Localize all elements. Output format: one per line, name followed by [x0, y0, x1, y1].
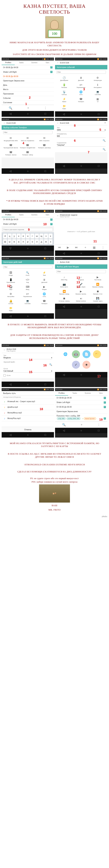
action-cell[interactable]: ▶Test Media — [89, 275, 106, 282]
key[interactable]: ф — [3, 239, 7, 244]
cat-cell[interactable]: 📁Файл — [2, 306, 19, 313]
tab-scenes[interactable]: Scenes — [81, 391, 94, 396]
tab-scenes[interactable]: Scenes — [28, 60, 41, 65]
profile-row[interactable]: Shake Left-Right — [55, 400, 107, 405]
step-icon[interactable]: ⏭ — [75, 246, 78, 249]
cat-cell[interactable]: 🖥Дисплей — [36, 277, 53, 284]
recent-button[interactable]: □ — [97, 251, 101, 255]
recent-button[interactable]: □ — [43, 169, 47, 173]
add-icon[interactable]: ＋ — [27, 106, 30, 110]
menu-icon[interactable]: ⋮ — [102, 246, 105, 249]
filter-input[interactable] — [3, 266, 53, 269]
key[interactable]: э — [49, 239, 53, 244]
recent-button[interactable]: □ — [43, 246, 47, 250]
recent-button[interactable]: □ — [97, 164, 101, 168]
task-name-input[interactable] — [3, 228, 53, 231]
home-button[interactable]: ○ — [26, 314, 30, 318]
tab-vars[interactable]: Vars — [94, 391, 107, 396]
recent-button[interactable]: □ — [43, 382, 47, 386]
home-button[interactable]: ○ — [79, 112, 83, 116]
file-row-target[interactable]: ♪MoneyMinus.mp3 — [2, 410, 54, 416]
action-cell[interactable]: ⏪Музыка: назад — [56, 289, 73, 296]
key[interactable]: щ — [39, 234, 44, 239]
back-icon[interactable]: ← — [3, 349, 5, 351]
event-cell[interactable]: ☎Телефон: набор — [19, 150, 36, 157]
key[interactable]: х — [49, 234, 53, 239]
recent-button[interactable]: □ — [43, 112, 47, 116]
menu-icon[interactable]: ⋮ — [44, 106, 47, 110]
back-button[interactable]: ◁ — [8, 169, 12, 173]
app-vk-icon[interactable]: ✓ — [72, 361, 80, 369]
toggle[interactable] — [104, 406, 106, 408]
field-body[interactable]: *покупка* — [57, 144, 106, 147]
app-other-icon[interactable]: ★ — [82, 361, 90, 369]
cat-cell[interactable]: </>Код — [19, 277, 36, 284]
key[interactable]: у — [12, 234, 16, 239]
recent-button[interactable]: □ — [97, 304, 101, 308]
search-icon[interactable]: 🔍 — [57, 139, 106, 142]
key[interactable]: з — [44, 234, 48, 239]
toggle[interactable] — [50, 223, 53, 225]
key[interactable]: п — [21, 239, 25, 244]
home-button[interactable]: ○ — [79, 304, 83, 308]
cat-media[interactable]: ▶Медиа — [36, 284, 53, 291]
back-icon[interactable]: ← — [3, 122, 5, 124]
cat-phone[interactable]: ☎Телефон — [73, 96, 89, 103]
home-button[interactable]: ○ — [26, 169, 30, 173]
grid-icon[interactable]: ▦ — [93, 246, 96, 249]
home-button[interactable]: ○ — [26, 382, 30, 386]
rew-icon[interactable]: ⏮ — [58, 246, 61, 249]
tab-profiles[interactable]: Profiles — [55, 391, 68, 396]
context-day[interactable]: День — [2, 83, 54, 87]
back-button[interactable]: ◁ — [62, 164, 66, 168]
back-button[interactable]: ◁ — [62, 304, 66, 308]
cat-cell[interactable]: 💻Система — [89, 89, 106, 96]
profile-row[interactable]: Ориентация Экрана вниз — [55, 409, 107, 414]
profile-row[interactable]: Shake Left-Right — [2, 70, 54, 74]
key[interactable]: р — [26, 239, 30, 244]
key[interactable]: д — [39, 239, 44, 244]
back-button[interactable]: ◁ — [62, 373, 66, 377]
field-stream[interactable]: Системный ▾ — [3, 370, 52, 373]
cat-cell[interactable]: ⌨Ввод — [19, 284, 36, 291]
cat-cell[interactable]: 📁Файл — [56, 103, 73, 111]
context-menu-item[interactable]: Ориентация Экрана вниз — [2, 79, 54, 83]
filter-input[interactable] — [56, 270, 106, 273]
file-row[interactable]: ♪MoneyPlus.mp3 — [2, 416, 54, 422]
back-button[interactable]: ◁ — [8, 382, 12, 386]
back-button[interactable]: ◁ — [8, 112, 12, 116]
action-ringtone[interactable]: ♪Ringtone — [73, 275, 89, 282]
field-type[interactable]: SMS ▾ — [57, 129, 106, 131]
app-android-icon[interactable]: 🤖 — [72, 350, 80, 358]
cat-cell[interactable]: 🔋Питание — [56, 82, 73, 89]
cat-cell[interactable]: x=Переменные — [73, 82, 89, 89]
filter-input[interactable] — [3, 131, 53, 134]
help-icon[interactable]: ? — [105, 122, 106, 124]
file-row[interactable]: ♪Атомный лес - Секрет скуки.mp3 — [2, 399, 54, 404]
cat-cell[interactable]: ⚡Task — [36, 270, 53, 277]
profile-row[interactable]: От 00:00 До 04:30 — [2, 217, 54, 222]
play-icon[interactable]: ▶ — [67, 246, 69, 249]
cat-cell[interactable]: 💻Система — [19, 299, 36, 306]
recent-button[interactable]: □ — [97, 429, 101, 432]
app-browser-icon[interactable]: 🌐 — [61, 350, 70, 358]
back-icon[interactable]: ← — [57, 62, 59, 64]
back-icon[interactable]: ← — [57, 215, 59, 217]
back-icon[interactable]: ← — [57, 261, 59, 263]
profile-row-active[interactable]: От 00:30 До 00:30 — [2, 74, 54, 79]
add-icon[interactable]: ＋ — [80, 423, 83, 427]
tab-tasks[interactable]: Tasks — [68, 391, 81, 396]
back-button[interactable]: ◁ — [8, 433, 12, 437]
cat-cell[interactable]: 🖥Дисплей — [73, 75, 89, 82]
cat-cell[interactable]: ℹИнструмент — [89, 82, 106, 89]
toggle[interactable] — [50, 218, 53, 221]
tab-vars[interactable]: Vars — [41, 213, 54, 217]
back-button[interactable]: ◁ — [62, 429, 66, 432]
back-button[interactable]: ▽ — [8, 246, 12, 250]
event-cell[interactable]: ☎Телефон: звонок — [2, 150, 19, 157]
search-icon[interactable]: 🔍 — [62, 423, 66, 427]
action-cell[interactable]: ⏹Музыка: Стоп — [89, 289, 106, 296]
field-type[interactable]: Ringtone ▾ — [3, 356, 52, 359]
tab-profiles[interactable]: Profiles — [2, 60, 15, 65]
cat-cell[interactable]: 🕐Дата/Время — [56, 75, 73, 82]
